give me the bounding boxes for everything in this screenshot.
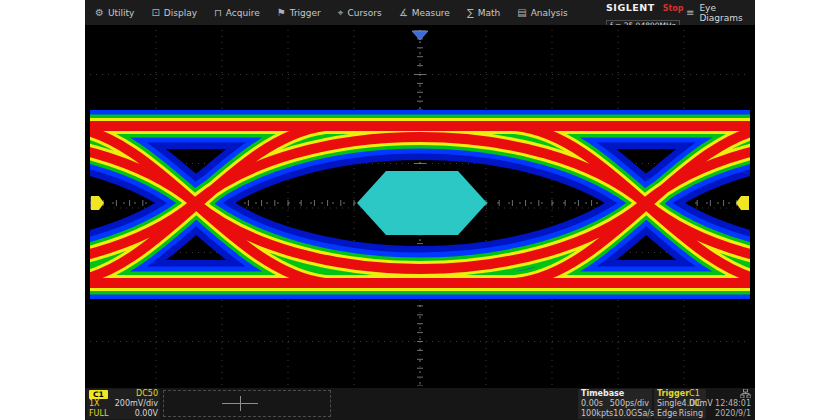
menu-acquire-label: Acquire bbox=[226, 8, 260, 18]
timebase-title: Timebase bbox=[581, 389, 624, 399]
document-icon: ≡ bbox=[686, 7, 694, 18]
channel-scale: 200mV/div bbox=[115, 399, 158, 409]
channel-descriptor-c1[interactable]: C1 DC50 1X 200mV/div FULL 0.00V bbox=[87, 389, 160, 419]
trigger-position-marker[interactable] bbox=[412, 31, 428, 40]
trigger-level-marker[interactable] bbox=[736, 196, 749, 210]
timebase-delay: 0.00s bbox=[581, 399, 603, 409]
monitor-icon: ⊡ bbox=[151, 8, 159, 18]
sample-rate: 10.0GSa/s bbox=[613, 409, 654, 419]
menu-utility-label: Utility bbox=[108, 8, 134, 18]
channel-bandwidth: FULL bbox=[89, 409, 108, 419]
menu-display-label: Display bbox=[164, 8, 197, 18]
status-bar: C1 DC50 1X 200mV/div FULL 0.00V Timebase bbox=[85, 388, 755, 420]
flag-icon: ⚑ bbox=[277, 8, 286, 18]
menu-eye-diagrams[interactable]: ≡ Eye Diagrams bbox=[686, 0, 755, 25]
menu-eye-diagrams-label: Eye Diagrams bbox=[699, 3, 755, 23]
network-icon bbox=[709, 389, 751, 399]
menu-acquire[interactable]: ⊓ Acquire bbox=[214, 8, 260, 18]
angle-ruler-icon: ∡ bbox=[399, 8, 408, 18]
top-menu-bar: ⚙ Utility ⊡ Display ⊓ Acquire ⚑ Trigger … bbox=[85, 0, 755, 25]
menubar: ⚙ Utility ⊡ Display ⊓ Acquire ⚑ Trigger … bbox=[95, 0, 568, 25]
clock-date: 2020/9/1 bbox=[709, 409, 751, 419]
memory-depth: 100kpts bbox=[581, 409, 613, 419]
timebase-descriptor[interactable]: Timebase 0.00s 500ps/div 100kpts 10.0GSa… bbox=[578, 389, 652, 419]
eye-mask-hexagon bbox=[357, 171, 487, 235]
position-cross-icon-vertical bbox=[240, 396, 241, 411]
menu-analysis-label: Analysis bbox=[531, 8, 568, 18]
trigger-type: Edge bbox=[657, 409, 677, 419]
trigger-source: C1 DC bbox=[689, 389, 703, 399]
trigger-slope: Rising bbox=[679, 409, 703, 419]
menu-measure[interactable]: ∡ Measure bbox=[399, 8, 450, 18]
screenshot-root: ⚙ Utility ⊡ Display ⊓ Acquire ⚑ Trigger … bbox=[0, 0, 840, 420]
menu-math[interactable]: ∑ Math bbox=[467, 8, 500, 18]
crosshair-icon: ⌖ bbox=[338, 8, 344, 18]
menu-cursors[interactable]: ⌖ Cursors bbox=[338, 8, 382, 18]
trigger-title: Trigger bbox=[657, 389, 689, 399]
acquire-icon: ⊓ bbox=[214, 8, 222, 18]
menu-measure-label: Measure bbox=[412, 8, 450, 18]
trigger-descriptor[interactable]: Trigger C1 DC Single 4.00mV Edge Rising bbox=[654, 389, 706, 419]
oscilloscope-window: ⚙ Utility ⊡ Display ⊓ Acquire ⚑ Trigger … bbox=[85, 0, 755, 420]
menu-trigger-label: Trigger bbox=[290, 8, 321, 18]
channel-offset: 0.00V bbox=[135, 409, 158, 419]
sigma-icon: ∑ bbox=[467, 8, 474, 18]
menu-math-label: Math bbox=[478, 8, 501, 18]
channel-attenuation: 1X bbox=[89, 399, 100, 409]
menu-display[interactable]: ⊡ Display bbox=[151, 8, 197, 18]
channel-coupling: DC50 bbox=[136, 389, 158, 399]
eye-diagram-svg bbox=[90, 30, 750, 386]
datetime-block: 12:48:01 2020/9/1 bbox=[709, 389, 753, 419]
acquisition-status: Stop bbox=[663, 4, 684, 13]
trigger-mode: Single bbox=[657, 399, 682, 409]
clock-time: 12:48:01 bbox=[709, 399, 751, 409]
chart-doc-icon: ▤ bbox=[517, 8, 526, 18]
trigger-level: 4.00mV bbox=[682, 399, 713, 409]
waveform-display bbox=[85, 25, 755, 388]
menu-analysis[interactable]: ▤ Analysis bbox=[517, 8, 568, 18]
menu-cursors-label: Cursors bbox=[347, 8, 381, 18]
menu-trigger[interactable]: ⚑ Trigger bbox=[277, 8, 321, 18]
timebase-scale: 500ps/div bbox=[610, 399, 649, 409]
brand-logo: SIGLENT bbox=[606, 2, 655, 13]
menu-utility[interactable]: ⚙ Utility bbox=[95, 8, 134, 18]
channel-badge: C1 bbox=[89, 390, 108, 399]
gear-icon: ⚙ bbox=[95, 8, 104, 18]
